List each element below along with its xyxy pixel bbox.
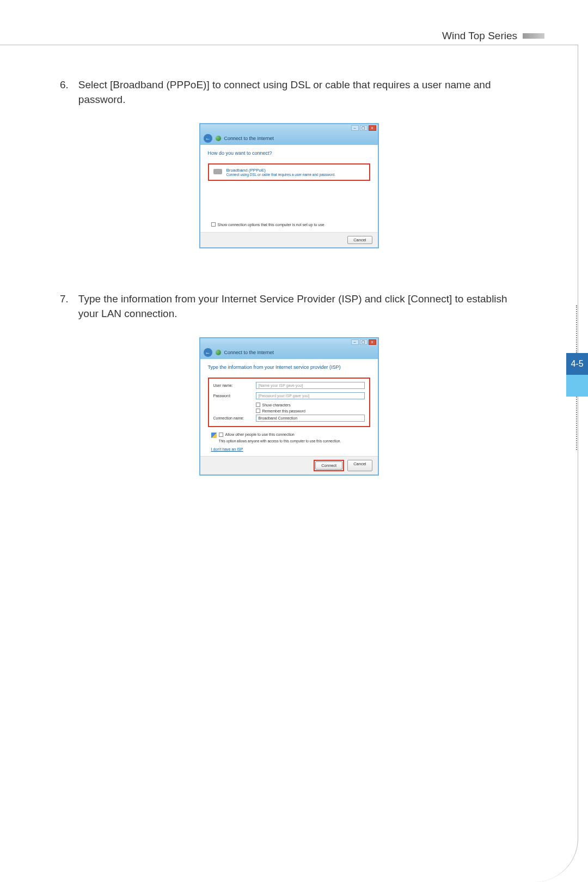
connect-button[interactable]: Connect bbox=[315, 461, 342, 470]
window-nav: ← Connect to the Internet bbox=[200, 346, 378, 359]
no-isp-link[interactable]: I don't have an ISP bbox=[211, 447, 243, 451]
username-input[interactable]: [Name your ISP gave you] bbox=[256, 382, 365, 389]
show-options-checkbox[interactable] bbox=[211, 222, 216, 227]
modem-icon bbox=[213, 169, 222, 174]
dialog-connect-method: – ▢ x ← Connect to the Internet How do y… bbox=[199, 123, 379, 248]
page-frame: 6. Select [Broadband (PPPoE)] to connect… bbox=[0, 45, 578, 882]
back-button[interactable]: ← bbox=[204, 348, 212, 357]
maximize-button[interactable]: ▢ bbox=[360, 125, 367, 131]
option-title: Broadband (PPPoE) bbox=[226, 168, 336, 173]
step-number: 7. bbox=[60, 292, 69, 321]
series-title: Wind Top Series bbox=[442, 30, 517, 42]
close-button[interactable]: x bbox=[369, 125, 376, 131]
page-tab-accent bbox=[566, 375, 588, 397]
nav-title: Connect to the Internet bbox=[224, 350, 274, 355]
allow-others-label: Allow other people to use this connectio… bbox=[225, 433, 295, 436]
cancel-button[interactable]: Cancel bbox=[347, 460, 372, 471]
page-number-tab: 4-5 bbox=[566, 353, 588, 375]
show-characters-label: Show characters bbox=[262, 403, 291, 407]
step-6: 6. Select [Broadband (PPPoE)] to connect… bbox=[60, 78, 518, 107]
connection-name-input[interactable]: Broadband Connection bbox=[256, 415, 365, 422]
allow-others-checkbox[interactable] bbox=[219, 433, 223, 437]
window-titlebar: – ▢ x bbox=[200, 338, 378, 346]
step-text: Type the information from your Internet … bbox=[78, 292, 518, 321]
nav-title: Connect to the Internet bbox=[224, 136, 274, 141]
connection-name-label: Connection name: bbox=[213, 416, 252, 420]
back-button[interactable]: ← bbox=[204, 134, 212, 143]
password-input[interactable]: [Password your ISP gave you] bbox=[256, 392, 365, 399]
step-number: 6. bbox=[60, 78, 69, 107]
option-subtitle: Connect using DSL or cable that requires… bbox=[226, 173, 336, 177]
allow-others-sublabel: This option allows anyone with access to… bbox=[219, 439, 370, 443]
maximize-button[interactable]: ▢ bbox=[360, 339, 367, 345]
window-titlebar: – ▢ x bbox=[200, 124, 378, 132]
connect-highlight: Connect bbox=[314, 460, 344, 471]
cancel-button[interactable]: Cancel bbox=[347, 236, 372, 244]
show-characters-checkbox[interactable] bbox=[256, 403, 260, 407]
minimize-button[interactable]: – bbox=[351, 339, 359, 345]
close-button[interactable]: x bbox=[369, 339, 376, 345]
dialog-isp-info: – ▢ x ← Connect to the Internet Type the… bbox=[199, 337, 379, 476]
side-dotted-line bbox=[576, 397, 577, 450]
side-dotted-line bbox=[576, 305, 577, 353]
broadband-pppoe-option[interactable]: Broadband (PPPoE) Connect using DSL or c… bbox=[208, 163, 370, 181]
show-options-label: Show connection options that this comput… bbox=[218, 223, 324, 227]
dialog-heading: Type the information from your Internet … bbox=[208, 364, 370, 370]
dialog-heading: How do you want to connect? bbox=[208, 150, 370, 156]
password-label: Password: bbox=[213, 394, 252, 398]
isp-form-highlight: User name: [Name your ISP gave you] Pass… bbox=[208, 378, 370, 427]
show-options-checkbox-row: Show connection options that this comput… bbox=[211, 222, 324, 227]
step-text: Select [Broadband (PPPoE)] to connect us… bbox=[78, 78, 518, 107]
step-7: 7. Type the information from your Intern… bbox=[60, 292, 518, 321]
globe-icon bbox=[216, 350, 221, 355]
minimize-button[interactable]: – bbox=[351, 125, 359, 131]
remember-password-checkbox[interactable] bbox=[256, 409, 260, 413]
username-label: User name: bbox=[213, 384, 252, 387]
globe-icon bbox=[216, 136, 221, 141]
header-decoration bbox=[523, 33, 544, 39]
window-nav: ← Connect to the Internet bbox=[200, 132, 378, 145]
remember-password-label: Remember this password bbox=[262, 409, 305, 413]
shield-icon bbox=[211, 433, 217, 438]
